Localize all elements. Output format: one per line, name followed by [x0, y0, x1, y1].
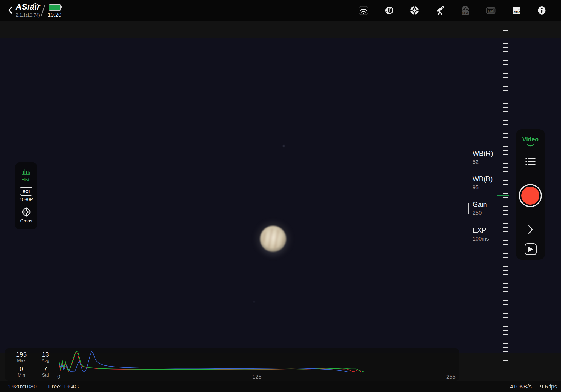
param-gain[interactable]: Gain 250: [473, 201, 519, 216]
status-left: 1920x1080 Free: 19.4G: [8, 383, 79, 390]
clock: 19:20: [47, 12, 62, 18]
playback-button[interactable]: [525, 243, 537, 255]
efw-icon: EFW: [460, 5, 471, 16]
stat-std: 7 Std: [33, 366, 58, 378]
telescope-icon: [434, 5, 445, 16]
info-button[interactable]: [536, 5, 547, 16]
camera-icon: [383, 5, 394, 16]
chevron-left-icon: [8, 6, 14, 15]
ruler-value-indicator[interactable]: [497, 195, 509, 196]
divider: [41, 5, 45, 16]
roi-icon: ROI: [20, 187, 32, 196]
stat-max: 195 Max: [9, 351, 33, 363]
chevron-right-icon: [528, 224, 534, 235]
histogram-stats: 195 Max 13 Avg 0 Min 7 Std: [9, 351, 58, 378]
camera-preview[interactable]: [0, 38, 561, 353]
play-icon: [528, 246, 534, 253]
display-tools-panel: Hist. ROI 1080P Cross: [15, 162, 37, 229]
jupiter-planet-image: [260, 226, 286, 252]
sequence-list-button[interactable]: [525, 157, 536, 167]
info-icon: [536, 5, 547, 16]
capture-panel: Video: [516, 129, 545, 260]
letterbox-top: [0, 21, 561, 38]
svg-text:EFW: EFW: [462, 12, 469, 15]
record-icon: [521, 187, 539, 205]
guide-crosshair-icon: [409, 5, 420, 16]
emmc-button[interactable]: eMMC: [511, 5, 522, 16]
crosshair-icon: [21, 207, 31, 217]
param-label: WB(B): [473, 175, 519, 183]
axis-tick-255: 255: [445, 374, 456, 380]
axis-tick-0: 0: [57, 374, 60, 380]
selected-param-indicator: [468, 203, 469, 214]
stat-avg: 13 Avg: [33, 351, 58, 363]
histogram-toggle[interactable]: Hist.: [22, 168, 31, 183]
top-status-bar: ASiair 2.1.1(10.74) 19:20: [0, 0, 561, 21]
crosshair-toggle[interactable]: Cross: [20, 207, 32, 224]
logo-wifi-icon: [32, 2, 38, 5]
efw-button[interactable]: EFW: [460, 5, 471, 16]
fps-text: 9.6 fps: [540, 383, 557, 390]
histogram-icon: [22, 168, 31, 176]
back-button[interactable]: [8, 6, 14, 15]
status-right: 410KB/s 9.6 fps: [510, 383, 557, 390]
param-value: 95: [473, 184, 519, 191]
data-rate-text: 410KB/s: [510, 383, 532, 390]
crosshair-toggle-label: Cross: [20, 218, 32, 224]
free-space-text: Free: 19.4G: [48, 383, 79, 390]
asiair-app: ASiair 2.1.1(10.74) 19:20: [0, 0, 561, 392]
param-wb-b[interactable]: WB(B) 95: [473, 175, 519, 191]
mode-selector[interactable]: Video: [516, 136, 545, 143]
stat-min: 0 Min: [9, 366, 33, 378]
param-value: 250: [473, 210, 519, 216]
resolution-text: 1920x1080: [8, 383, 37, 390]
emmc-icon: eMMC: [511, 5, 522, 16]
param-label: WB(R): [473, 150, 519, 158]
param-wb-r[interactable]: WB(R) 52: [473, 150, 519, 165]
more-controls-button[interactable]: [528, 224, 534, 236]
eaf-button[interactable]: EAF: [485, 5, 496, 16]
app-version: 2.1.1(10.74): [16, 13, 40, 18]
main-camera-button[interactable]: [383, 5, 394, 16]
telescope-button[interactable]: [434, 5, 445, 16]
param-label: EXP: [473, 226, 519, 234]
axis-tick-128: 128: [251, 374, 262, 380]
battery-icon: [49, 4, 61, 11]
faint-star-b: [253, 301, 255, 303]
param-exp[interactable]: EXP 100ms: [473, 226, 519, 242]
histogram-toggle-label: Hist.: [22, 177, 31, 183]
faint-star-a: [282, 145, 285, 147]
roi-resolution-label: 1080P: [19, 197, 33, 202]
chevron-down-icon[interactable]: [527, 144, 534, 147]
svg-text:EAF: EAF: [488, 9, 494, 12]
wifi-icon: [358, 5, 369, 16]
param-value: 52: [473, 159, 519, 165]
device-icon-row: EFW EAF e: [358, 0, 561, 21]
rgb-histogram-plot: [59, 350, 454, 374]
record-button[interactable]: [519, 184, 542, 207]
svg-text:eMMC: eMMC: [513, 10, 520, 13]
param-value: 100ms: [473, 236, 519, 242]
list-icon: [525, 157, 536, 166]
wifi-button[interactable]: [358, 5, 369, 16]
eaf-icon: EAF: [485, 5, 496, 16]
bottom-status-bar: 1920x1080 Free: 19.4G 410KB/s 9.6 fps: [0, 381, 561, 392]
roi-button[interactable]: ROI 1080P: [19, 187, 33, 202]
guide-button[interactable]: [409, 5, 420, 16]
histogram-panel: 195 Max 13 Avg 0 Min 7 Std 0 128 255: [5, 348, 459, 381]
param-label: Gain: [473, 201, 519, 208]
